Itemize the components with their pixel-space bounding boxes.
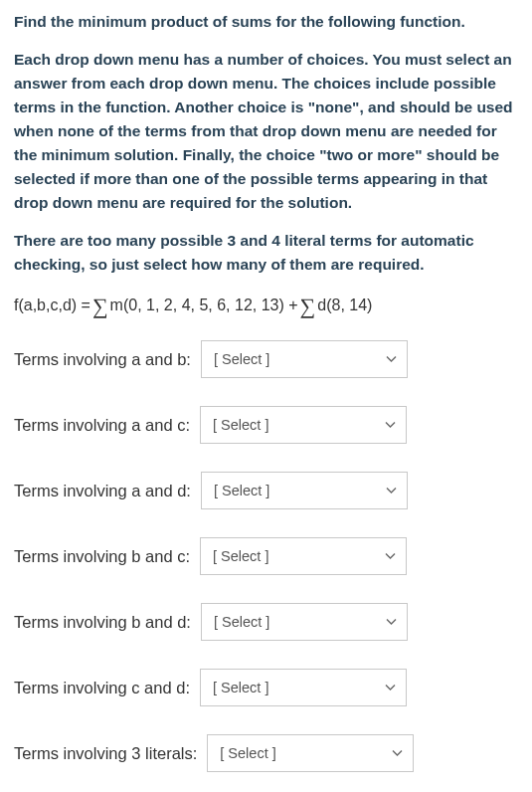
sigma-symbol-1: ∑ [92, 294, 108, 319]
row-b-and-c: Terms involving b and c: [ Select ] [14, 537, 518, 575]
select-a-and-b[interactable]: [ Select ] [201, 340, 408, 378]
label-c-and-d: Terms involving c and d: [14, 679, 190, 697]
instructions-block: Find the minimum product of sums for the… [14, 10, 518, 277]
row-a-and-b: Terms involving a and b: [ Select ] [14, 340, 518, 378]
chevron-down-icon [386, 356, 397, 363]
formula-expression: f(a,b,c,d) = ∑ m(0, 1, 2, 4, 5, 6, 12, 1… [14, 293, 518, 318]
select-value: [ Select ] [213, 417, 268, 433]
select-value: [ Select ] [214, 483, 269, 498]
instruction-paragraph-3: There are too many possible 3 and 4 lite… [14, 229, 518, 277]
select-value: [ Select ] [220, 745, 275, 761]
row-a-and-c: Terms involving a and c: [ Select ] [14, 406, 518, 444]
select-b-and-c[interactable]: [ Select ] [200, 537, 407, 575]
formula-lhs: f(a,b,c,d) = [14, 297, 90, 314]
select-3-literals[interactable]: [ Select ] [207, 734, 414, 772]
formula-m-args: m(0, 1, 2, 4, 5, 6, 12, 13) + [110, 297, 298, 314]
chevron-down-icon [385, 553, 396, 560]
label-a-and-d: Terms involving a and d: [14, 482, 191, 500]
select-value: [ Select ] [213, 680, 268, 695]
formula-d-args: d(8, 14) [317, 297, 372, 314]
select-value: [ Select ] [214, 614, 269, 630]
select-a-and-c[interactable]: [ Select ] [200, 406, 407, 444]
label-a-and-b: Terms involving a and b: [14, 350, 191, 369]
chevron-down-icon [386, 488, 397, 495]
row-3-literals: Terms involving 3 literals: [ Select ] [14, 734, 518, 772]
chevron-down-icon [386, 619, 397, 626]
chevron-down-icon [392, 750, 403, 757]
row-c-and-d: Terms involving c and d: [ Select ] [14, 669, 518, 706]
instruction-paragraph-2: Each drop down menu has a number of choi… [14, 48, 518, 215]
label-b-and-c: Terms involving b and c: [14, 547, 190, 566]
select-a-and-d[interactable]: [ Select ] [201, 472, 408, 509]
row-a-and-d: Terms involving a and d: [ Select ] [14, 472, 518, 509]
label-b-and-d: Terms involving b and d: [14, 613, 191, 632]
select-c-and-d[interactable]: [ Select ] [200, 669, 407, 706]
select-b-and-d[interactable]: [ Select ] [201, 603, 408, 641]
select-value: [ Select ] [214, 351, 269, 367]
select-value: [ Select ] [213, 548, 268, 564]
chevron-down-icon [385, 422, 396, 429]
label-3-literals: Terms involving 3 literals: [14, 744, 197, 763]
row-b-and-d: Terms involving b and d: [ Select ] [14, 603, 518, 641]
label-a-and-c: Terms involving a and c: [14, 416, 190, 435]
chevron-down-icon [385, 685, 396, 692]
instruction-paragraph-1: Find the minimum product of sums for the… [14, 10, 518, 34]
sigma-symbol-2: ∑ [300, 294, 316, 319]
